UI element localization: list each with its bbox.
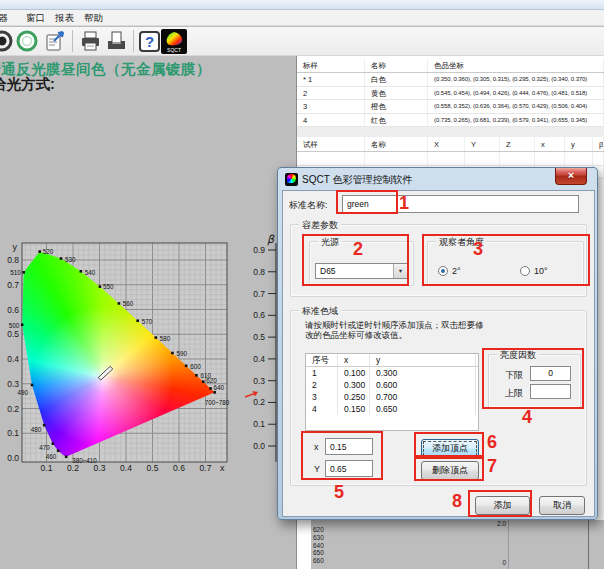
gamut-group-label: 标准色域 [299,305,341,318]
vertex-row[interactable]: 30.2500.700 [306,391,478,403]
window-titlebar[interactable] [0,0,604,10]
menu-item-help[interactable]: 帮助 [84,12,103,25]
vertex-table-header: 序号xy [306,354,478,367]
vertex-table[interactable]: 序号xy10.1000.30020.3000.60030.2500.70040.… [305,353,479,431]
annotation-number-6: 6 [487,432,497,453]
sqct-icon[interactable]: SQCT [161,29,187,54]
toolbar: ? SQCT [0,27,604,56]
annotation-box-5 [301,431,383,480]
annotation-box-4 [482,348,584,409]
annotation-number-5: 5 [334,482,344,503]
vertex-row[interactable]: 10.1000.300 [306,367,478,379]
wavelength-value: 640 [313,542,324,549]
annotation-number-8: 8 [452,491,462,512]
annotation-box-7 [414,455,484,481]
menubar: 仪器 窗口 报表 帮助 [0,10,604,26]
annotation-number-2: 2 [353,239,363,260]
menu-item-window[interactable]: 窗口 [26,12,45,25]
svg-text:?: ? [145,33,154,50]
sqct-dialog-icon [285,173,298,186]
dialog-title: SQCT 色彩管理控制软件 [302,173,412,187]
cancel-button[interactable]: 取消 [539,496,585,515]
close-icon[interactable]: × [555,168,587,185]
page-subtitle: 给光方式: [0,75,55,94]
annotation-box-8 [468,490,532,517]
spectral-value-bottom: 0 [486,559,506,566]
annotation-box-1 [336,190,398,214]
standard-name-label: 标准名称: [289,199,328,212]
table-row[interactable]: 3橙色(0.558, 0.352), (0.636, 0.364), (0.57… [297,100,604,114]
table-column-line [588,520,589,569]
vertex-row[interactable]: 40.1500.650 [306,403,478,415]
menu-item-report[interactable]: 报表 [55,12,74,25]
wavelength-value: 620 [313,526,324,533]
print-icon[interactable] [78,29,103,54]
app-window: 仪器 窗口 报表 帮助 ? SQCT 普通反光膜昼间色（无金属镀膜） 给光方式:… [0,0,604,569]
table-row[interactable]: 2黄色(0.545, 0.454), (0.494, 0.426), (0.44… [297,87,604,101]
menu-item-instrument[interactable]: 仪器 [0,12,8,25]
report-export-icon[interactable] [43,29,68,54]
table-row[interactable]: 4红色(0.735, 0.265), (0.681, 0.239), (0.57… [297,114,604,128]
annotation-number-1: 1 [399,193,409,214]
table-gap [297,127,604,137]
circle-icon[interactable] [15,29,40,54]
wavelength-value: 630 [313,534,324,541]
table-column-line [508,520,509,569]
tolerance-group-label: 容差参数 [299,219,341,232]
wavelength-value: 650 [313,549,324,556]
spectral-value-top: 2.0 [486,520,506,527]
target-icon[interactable] [0,29,15,54]
spectral-table-fragment [311,520,604,569]
annotation-number-3: 3 [473,239,483,260]
wavelength-value: 660 [313,557,324,564]
print-preview-icon[interactable] [104,29,129,54]
svg-text:SQCT: SQCT [167,47,181,53]
annotation-box-3 [422,234,590,286]
table-row[interactable] [297,152,604,166]
standards-table: 标样名称色品坐标* 1白色(0.350, 0.360), (0.305, 0.3… [297,58,604,127]
help-icon[interactable]: ? [137,29,162,54]
instruction-line2: 改的色品坐标可修改该值。 [305,331,407,341]
toolbar-separator [72,30,73,52]
toolbar-separator [133,30,134,52]
vertex-row[interactable]: 20.3000.600 [306,379,478,391]
dialog-titlebar[interactable]: SQCT 色彩管理控制软件 × [278,168,597,190]
annotation-number-7: 7 [487,456,497,477]
annotation-number-4: 4 [522,407,532,428]
table-row[interactable]: * 1白色(0.350, 0.360), (0.305, 0.315), (0.… [297,73,604,87]
table-header: 试样名称XYZxyβ [297,137,604,152]
table-header: 标样名称色品坐标 [297,58,604,73]
